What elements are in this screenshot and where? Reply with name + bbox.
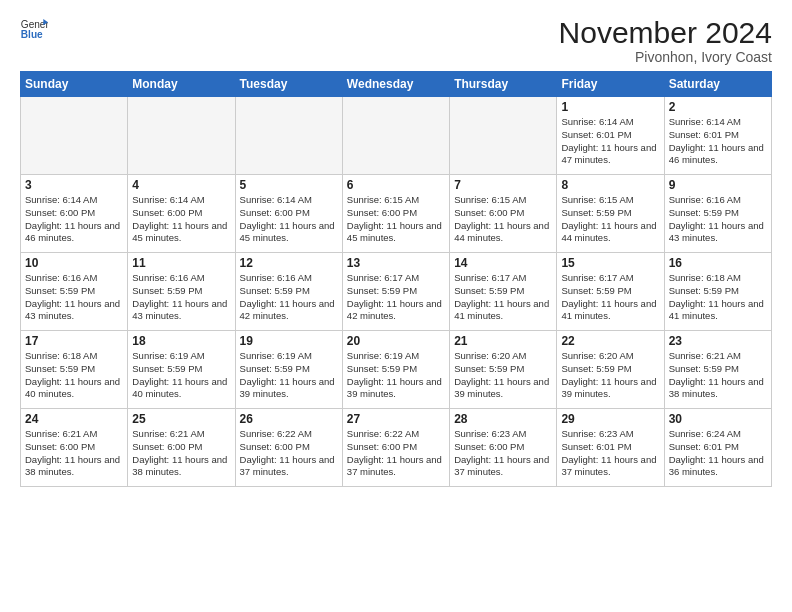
calendar-week-2: 3Sunrise: 6:14 AM Sunset: 6:00 PM Daylig… [21, 175, 772, 253]
day-detail: Sunrise: 6:18 AM Sunset: 5:59 PM Dayligh… [669, 272, 767, 323]
header-tuesday: Tuesday [235, 72, 342, 97]
header: General Blue November 2024 Pivonhon, Ivo… [20, 16, 772, 65]
day-detail: Sunrise: 6:15 AM Sunset: 6:00 PM Dayligh… [347, 194, 445, 245]
day-detail: Sunrise: 6:16 AM Sunset: 5:59 PM Dayligh… [25, 272, 123, 323]
day-number: 8 [561, 178, 659, 192]
day-number: 29 [561, 412, 659, 426]
header-monday: Monday [128, 72, 235, 97]
table-row: 4Sunrise: 6:14 AM Sunset: 6:00 PM Daylig… [128, 175, 235, 253]
day-detail: Sunrise: 6:21 AM Sunset: 6:00 PM Dayligh… [25, 428, 123, 479]
calendar-table: Sunday Monday Tuesday Wednesday Thursday… [20, 71, 772, 487]
table-row: 13Sunrise: 6:17 AM Sunset: 5:59 PM Dayli… [342, 253, 449, 331]
day-detail: Sunrise: 6:16 AM Sunset: 5:59 PM Dayligh… [240, 272, 338, 323]
day-number: 1 [561, 100, 659, 114]
day-number: 28 [454, 412, 552, 426]
table-row: 20Sunrise: 6:19 AM Sunset: 5:59 PM Dayli… [342, 331, 449, 409]
day-detail: Sunrise: 6:14 AM Sunset: 6:01 PM Dayligh… [561, 116, 659, 167]
header-sunday: Sunday [21, 72, 128, 97]
table-row: 7Sunrise: 6:15 AM Sunset: 6:00 PM Daylig… [450, 175, 557, 253]
day-detail: Sunrise: 6:15 AM Sunset: 5:59 PM Dayligh… [561, 194, 659, 245]
day-number: 3 [25, 178, 123, 192]
calendar-week-1: 1Sunrise: 6:14 AM Sunset: 6:01 PM Daylig… [21, 97, 772, 175]
day-detail: Sunrise: 6:19 AM Sunset: 5:59 PM Dayligh… [347, 350, 445, 401]
table-row: 10Sunrise: 6:16 AM Sunset: 5:59 PM Dayli… [21, 253, 128, 331]
table-row: 26Sunrise: 6:22 AM Sunset: 6:00 PM Dayli… [235, 409, 342, 487]
table-row: 28Sunrise: 6:23 AM Sunset: 6:00 PM Dayli… [450, 409, 557, 487]
table-row: 30Sunrise: 6:24 AM Sunset: 6:01 PM Dayli… [664, 409, 771, 487]
day-number: 10 [25, 256, 123, 270]
table-row [21, 97, 128, 175]
table-row: 3Sunrise: 6:14 AM Sunset: 6:00 PM Daylig… [21, 175, 128, 253]
day-number: 30 [669, 412, 767, 426]
day-number: 4 [132, 178, 230, 192]
table-row: 23Sunrise: 6:21 AM Sunset: 5:59 PM Dayli… [664, 331, 771, 409]
table-row: 25Sunrise: 6:21 AM Sunset: 6:00 PM Dayli… [128, 409, 235, 487]
title-block: November 2024 Pivonhon, Ivory Coast [559, 16, 772, 65]
day-detail: Sunrise: 6:14 AM Sunset: 6:00 PM Dayligh… [132, 194, 230, 245]
day-number: 12 [240, 256, 338, 270]
table-row: 2Sunrise: 6:14 AM Sunset: 6:01 PM Daylig… [664, 97, 771, 175]
day-number: 24 [25, 412, 123, 426]
day-number: 11 [132, 256, 230, 270]
page: General Blue November 2024 Pivonhon, Ivo… [0, 0, 792, 497]
table-row: 27Sunrise: 6:22 AM Sunset: 6:00 PM Dayli… [342, 409, 449, 487]
table-row: 12Sunrise: 6:16 AM Sunset: 5:59 PM Dayli… [235, 253, 342, 331]
day-detail: Sunrise: 6:23 AM Sunset: 6:01 PM Dayligh… [561, 428, 659, 479]
day-detail: Sunrise: 6:14 AM Sunset: 6:00 PM Dayligh… [25, 194, 123, 245]
table-row: 8Sunrise: 6:15 AM Sunset: 5:59 PM Daylig… [557, 175, 664, 253]
svg-text:Blue: Blue [21, 29, 43, 40]
table-row: 16Sunrise: 6:18 AM Sunset: 5:59 PM Dayli… [664, 253, 771, 331]
day-number: 22 [561, 334, 659, 348]
day-number: 6 [347, 178, 445, 192]
day-detail: Sunrise: 6:14 AM Sunset: 6:01 PM Dayligh… [669, 116, 767, 167]
day-detail: Sunrise: 6:16 AM Sunset: 5:59 PM Dayligh… [132, 272, 230, 323]
day-detail: Sunrise: 6:22 AM Sunset: 6:00 PM Dayligh… [347, 428, 445, 479]
header-wednesday: Wednesday [342, 72, 449, 97]
calendar-week-4: 17Sunrise: 6:18 AM Sunset: 5:59 PM Dayli… [21, 331, 772, 409]
day-detail: Sunrise: 6:24 AM Sunset: 6:01 PM Dayligh… [669, 428, 767, 479]
day-number: 15 [561, 256, 659, 270]
day-number: 7 [454, 178, 552, 192]
header-thursday: Thursday [450, 72, 557, 97]
day-number: 25 [132, 412, 230, 426]
table-row [128, 97, 235, 175]
logo-icon: General Blue [20, 16, 48, 44]
calendar-header-row: Sunday Monday Tuesday Wednesday Thursday… [21, 72, 772, 97]
day-detail: Sunrise: 6:14 AM Sunset: 6:00 PM Dayligh… [240, 194, 338, 245]
day-detail: Sunrise: 6:17 AM Sunset: 5:59 PM Dayligh… [561, 272, 659, 323]
day-detail: Sunrise: 6:16 AM Sunset: 5:59 PM Dayligh… [669, 194, 767, 245]
calendar-week-3: 10Sunrise: 6:16 AM Sunset: 5:59 PM Dayli… [21, 253, 772, 331]
table-row: 29Sunrise: 6:23 AM Sunset: 6:01 PM Dayli… [557, 409, 664, 487]
day-detail: Sunrise: 6:20 AM Sunset: 5:59 PM Dayligh… [561, 350, 659, 401]
table-row: 19Sunrise: 6:19 AM Sunset: 5:59 PM Dayli… [235, 331, 342, 409]
table-row [235, 97, 342, 175]
day-detail: Sunrise: 6:21 AM Sunset: 6:00 PM Dayligh… [132, 428, 230, 479]
header-saturday: Saturday [664, 72, 771, 97]
day-detail: Sunrise: 6:17 AM Sunset: 5:59 PM Dayligh… [454, 272, 552, 323]
location-subtitle: Pivonhon, Ivory Coast [559, 49, 772, 65]
month-title: November 2024 [559, 16, 772, 49]
day-detail: Sunrise: 6:23 AM Sunset: 6:00 PM Dayligh… [454, 428, 552, 479]
calendar-week-5: 24Sunrise: 6:21 AM Sunset: 6:00 PM Dayli… [21, 409, 772, 487]
day-detail: Sunrise: 6:18 AM Sunset: 5:59 PM Dayligh… [25, 350, 123, 401]
day-number: 5 [240, 178, 338, 192]
day-number: 26 [240, 412, 338, 426]
table-row: 22Sunrise: 6:20 AM Sunset: 5:59 PM Dayli… [557, 331, 664, 409]
day-number: 17 [25, 334, 123, 348]
day-detail: Sunrise: 6:19 AM Sunset: 5:59 PM Dayligh… [132, 350, 230, 401]
day-number: 23 [669, 334, 767, 348]
day-detail: Sunrise: 6:22 AM Sunset: 6:00 PM Dayligh… [240, 428, 338, 479]
day-number: 27 [347, 412, 445, 426]
day-number: 2 [669, 100, 767, 114]
table-row: 21Sunrise: 6:20 AM Sunset: 5:59 PM Dayli… [450, 331, 557, 409]
day-number: 19 [240, 334, 338, 348]
table-row: 6Sunrise: 6:15 AM Sunset: 6:00 PM Daylig… [342, 175, 449, 253]
table-row: 15Sunrise: 6:17 AM Sunset: 5:59 PM Dayli… [557, 253, 664, 331]
table-row [342, 97, 449, 175]
day-number: 16 [669, 256, 767, 270]
table-row: 11Sunrise: 6:16 AM Sunset: 5:59 PM Dayli… [128, 253, 235, 331]
header-friday: Friday [557, 72, 664, 97]
day-number: 13 [347, 256, 445, 270]
table-row: 1Sunrise: 6:14 AM Sunset: 6:01 PM Daylig… [557, 97, 664, 175]
day-detail: Sunrise: 6:20 AM Sunset: 5:59 PM Dayligh… [454, 350, 552, 401]
